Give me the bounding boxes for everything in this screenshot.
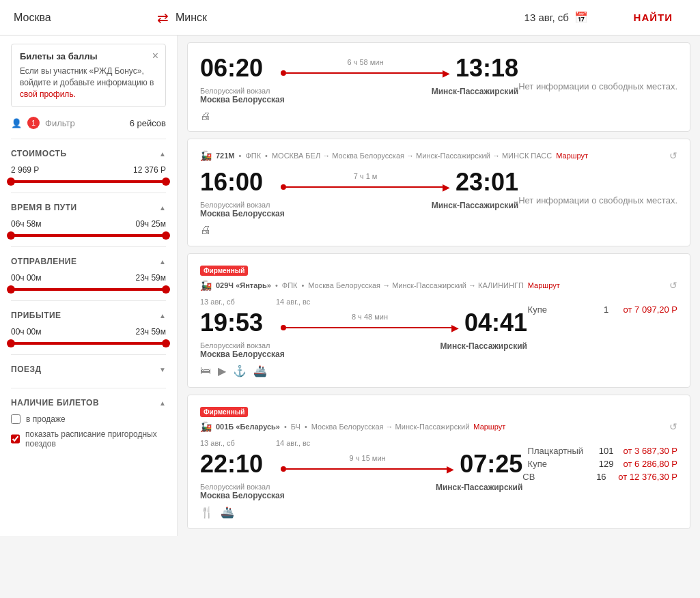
sidebar: Билеты за баллы Если вы участник «РЖД Бо…: [0, 35, 178, 536]
food-icon-4: 🍴: [200, 506, 214, 519]
travel-time-header[interactable]: ВРЕМЯ В ПУТИ ▲: [11, 203, 166, 212]
route-link-2[interactable]: Маршрут: [556, 152, 588, 160]
train-op-3: ФПК: [282, 281, 298, 289]
bullet2-2: •: [265, 152, 268, 160]
duration-line-2: 7 ч 1 м ▶: [275, 172, 456, 193]
search-button[interactable]: НАЙТИ: [620, 12, 686, 23]
train-icon-4: 🚂: [200, 421, 212, 432]
stations-row-3: Белорусский вокзал Москва Белорусская Ми…: [200, 341, 527, 359]
filter-label[interactable]: Фильтр: [45, 118, 75, 128]
route-text-2: МОСКВА БЕЛ → Москва Белорусская → Минск-…: [272, 152, 552, 160]
bed-icon-3: 🛏: [200, 365, 211, 378]
ticket-availability-arrow-icon: ▲: [159, 399, 166, 407]
depart-label-3: Белорусский вокзал: [200, 341, 285, 350]
seats-4: Плацкартный 101 от 3 687,30 Р Купе 129 о…: [522, 439, 677, 482]
show-schedule-checkbox[interactable]: [11, 434, 20, 444]
cost-section: СТОИМОСТЬ ▲ 2 969 Р 12 376 Р: [11, 139, 166, 193]
seat-type-sv-4: СВ: [522, 472, 584, 482]
time-row-2: 16:00 7 ч 1 м ▶ 23:01: [200, 168, 518, 197]
depart-date-4: 13 авг., сб: [200, 439, 235, 447]
close-icon[interactable]: ×: [152, 50, 158, 62]
train-info-row-2: 🚂 721М • ФПК • МОСКВА БЕЛ → Москва Белор…: [200, 150, 677, 161]
seat-price-platzkart-4[interactable]: от 3 687,30 Р: [624, 446, 677, 456]
travel-time-title: ВРЕМЯ В ПУТИ: [11, 203, 77, 212]
ticket-availability-title: НАЛИЧИЕ БИЛЕТОВ: [11, 398, 99, 408]
train-num-2: 721М: [216, 152, 235, 160]
ticket-card-3: Фирменный 🚂 029Ч «Янтарь» • ФПК • Москва…: [187, 253, 690, 388]
arrive-time-1: 13:18: [456, 54, 518, 83]
train-title: ПОЕЗД: [11, 365, 42, 374]
travel-time-range-values: 06ч 58м 09ч 25м: [11, 219, 166, 229]
depart-station-4: Москва Белорусская: [200, 491, 285, 500]
show-schedule-label[interactable]: показать расписание пригородных поездов: [25, 429, 166, 448]
train-op-2: ФПК: [245, 152, 261, 160]
route-link-3[interactable]: Маршрут: [528, 281, 560, 289]
icons-row-4: 🍴 🚢: [200, 506, 522, 519]
cost-slider[interactable]: [11, 180, 166, 183]
share-icon-2[interactable]: ↺: [669, 150, 677, 161]
arrive-time-4: 07:25: [460, 450, 522, 479]
header-date: 13 авг, сб 📅: [524, 11, 620, 24]
seat-price-sv-4[interactable]: от 12 376,30 Р: [618, 472, 677, 482]
time-row-4: 22:10 9 ч 15 мин ▶ 07:25: [200, 450, 522, 479]
seat-price-kupe-4[interactable]: от 6 286,80 Р: [624, 459, 677, 469]
train-header[interactable]: ПОЕЗД ▼: [11, 365, 166, 374]
arrive-time-2: 23:01: [456, 168, 518, 197]
arrival-max: 23ч 59м: [135, 327, 166, 337]
arrow-right-icon-2: ▶: [443, 182, 450, 193]
in-sale-checkbox[interactable]: [11, 414, 20, 424]
travel-time-min: 06ч 58м: [11, 219, 42, 229]
ticket-availability-header[interactable]: НАЛИЧИЕ БИЛЕТОВ ▲: [11, 398, 166, 408]
bullet-3: •: [275, 281, 278, 289]
filter-person-icon: 👤: [11, 118, 22, 128]
header-to: Минск: [176, 12, 524, 24]
filter-count: 1: [27, 117, 40, 129]
no-seats-1: Нет информации о свободных местах.: [518, 54, 677, 91]
share-icon-4[interactable]: ↺: [669, 421, 677, 432]
travel-time-arrow-icon: ▲: [159, 204, 166, 212]
cost-section-header[interactable]: СТОИМОСТЬ ▲: [11, 149, 166, 158]
duration-line-4: 9 ч 15 мин ▶: [275, 454, 460, 474]
icons-row-3: 🛏 ▶ ⚓ 🚢: [200, 365, 527, 378]
header: Москва ⇄ Минск 13 авг, сб 📅 НАЙТИ: [0, 0, 700, 35]
icons-row-2: 🖨: [200, 224, 518, 236]
departure-range-values: 00ч 00м 23ч 59м: [11, 273, 166, 283]
depart-label-2: Белорусский вокзал: [200, 201, 285, 209]
cost-min: 2 969 Р: [11, 165, 39, 175]
arrival-slider[interactable]: [11, 342, 166, 345]
route-text-4: Москва Белорусская → Минск-Пассажирский: [311, 423, 470, 431]
swap-icon[interactable]: ⇄: [157, 10, 169, 26]
firmenny-badge-3: Фирменный: [200, 266, 248, 276]
departure-section: ОТПРАВЛЕНИЕ ▲ 00ч 00м 23ч 59м: [11, 246, 166, 300]
video-icon-3: ▶: [218, 365, 226, 378]
ship-icon-3: 🚢: [253, 365, 267, 378]
print-icon-1[interactable]: 🖨: [200, 110, 210, 122]
print-icon-2[interactable]: 🖨: [200, 224, 211, 236]
in-sale-label[interactable]: в продаже: [26, 414, 66, 424]
departure-arrow-icon: ▲: [159, 258, 166, 266]
departure-slider[interactable]: [11, 288, 166, 291]
route-link-4[interactable]: Маршрут: [473, 423, 505, 431]
arrival-header[interactable]: ПРИБЫТИЕ ▲: [11, 311, 166, 320]
filter-routes: 6 рейсов: [130, 118, 166, 128]
seat-type-kupe-4: Купе: [528, 459, 589, 469]
seat-count-kupe-4: 129: [596, 459, 617, 469]
bonus-title: Билеты за баллы: [20, 51, 157, 61]
duration-text-2: 7 ч 1 м: [354, 172, 378, 180]
bonus-link[interactable]: свой профиль.: [20, 89, 76, 99]
ticket-card-2: 🚂 721М • ФПК • МОСКВА БЕЛ → Москва Белор…: [187, 139, 690, 246]
arrival-arrow-icon: ▲: [159, 312, 166, 319]
train-icon-2: 🚂: [200, 150, 212, 161]
travel-time-slider[interactable]: [11, 234, 166, 237]
depart-time-1: 06:20: [200, 54, 275, 83]
depart-time-4: 22:10: [200, 450, 275, 479]
arrival-section: ПРИБЫТИЕ ▲ 00ч 00м 23ч 59м: [11, 300, 166, 354]
seat-row-platzkart-4: Плацкартный 101 от 3 687,30 Р: [522, 446, 677, 456]
no-seats-2: Нет информации о свободных местах.: [518, 168, 677, 205]
calendar-icon[interactable]: 📅: [574, 11, 588, 24]
departure-title: ОТПРАВЛЕНИЕ: [11, 257, 77, 266]
departure-header[interactable]: ОТПРАВЛЕНИЕ ▲: [11, 257, 166, 266]
seat-price-kupe-3[interactable]: от 7 097,20 Р: [624, 304, 677, 315]
seat-count-sv-4: 16: [591, 472, 611, 482]
share-icon-3[interactable]: ↺: [669, 280, 677, 291]
